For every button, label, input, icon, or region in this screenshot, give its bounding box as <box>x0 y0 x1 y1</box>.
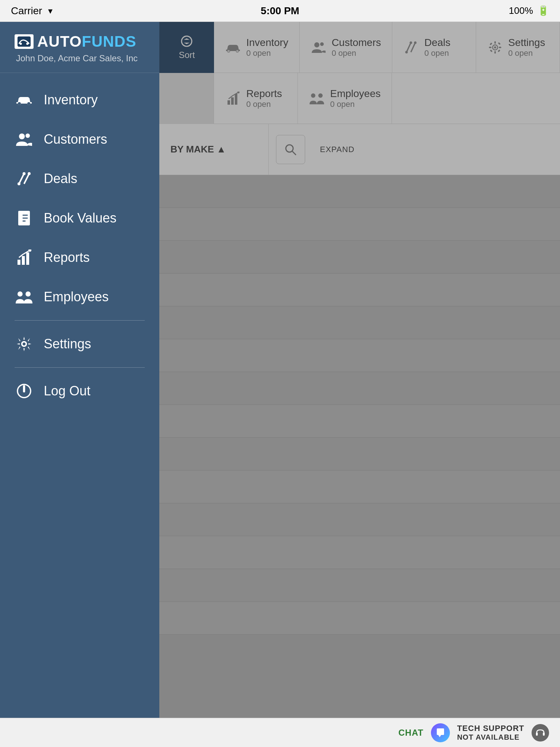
status-right: 100% 🔋 <box>509 5 549 16</box>
wifi-icon: ▾ <box>48 6 52 16</box>
chat-bubble[interactable] <box>431 723 450 742</box>
nav-divider-2 <box>15 367 145 368</box>
status-bar: Carrier ▾ 5:00 PM 100% 🔋 <box>0 0 560 22</box>
tech-support-label: TECH SUPPORT <box>457 724 524 733</box>
svg-rect-18 <box>22 256 25 265</box>
sidebar-item-label: Inventory <box>44 92 98 108</box>
book-icon <box>15 209 34 228</box>
sidebar-item-deals[interactable]: Deals <box>0 159 159 198</box>
logo: AUTOFUNDS <box>15 33 145 50</box>
status-time: 5:00 PM <box>261 5 299 17</box>
sidebar-item-label: Book Values <box>44 210 116 226</box>
sidebar-item-label: Reports <box>44 250 90 265</box>
svg-rect-26 <box>23 385 25 392</box>
sidebar-item-reports[interactable]: Reports <box>0 238 159 277</box>
svg-point-9 <box>18 182 20 185</box>
tech-support: TECH SUPPORT NOT AVAILABLE <box>457 724 524 742</box>
sidebar-item-settings[interactable]: Settings <box>0 324 159 364</box>
reports-icon <box>15 248 34 267</box>
customers-icon <box>15 130 34 149</box>
svg-point-6 <box>26 133 30 138</box>
logo-text: AUTOFUNDS <box>37 33 136 50</box>
sidebar-item-inventory[interactable]: Inventory <box>0 80 159 120</box>
svg-rect-0 <box>18 36 31 47</box>
svg-rect-13 <box>18 211 21 225</box>
svg-point-5 <box>19 133 25 139</box>
svg-point-10 <box>23 172 26 175</box>
nav-divider-1 <box>15 320 145 321</box>
sidebar-item-label: Log Out <box>44 383 90 399</box>
main-content: Sort Inventory 0 open <box>159 22 560 718</box>
sidebar-item-label: Deals <box>44 171 77 186</box>
sidebar-item-label: Settings <box>44 336 91 352</box>
bottom-bar: CHAT TECH SUPPORT NOT AVAILABLE <box>0 718 560 747</box>
status-left: Carrier ▾ <box>11 5 52 17</box>
tech-support-status: NOT AVAILABLE <box>457 733 520 742</box>
sidebar: AUTOFUNDS John Doe, Acme Car Sales, Inc … <box>0 22 159 718</box>
sidebar-header: AUTOFUNDS John Doe, Acme Car Sales, Inc <box>0 22 159 73</box>
sidebar-item-book-values[interactable]: Book Values <box>0 198 159 238</box>
settings-icon <box>15 334 34 353</box>
svg-line-7 <box>19 174 24 184</box>
svg-point-3 <box>18 102 21 105</box>
logout-icon <box>15 382 34 400</box>
battery-icon: 🔋 <box>537 5 549 16</box>
car-icon <box>15 90 34 109</box>
sidebar-item-label: Employees <box>44 289 109 305</box>
logo-icon <box>15 34 34 49</box>
svg-point-21 <box>18 291 23 297</box>
sidebar-item-customers[interactable]: Customers <box>0 120 159 159</box>
svg-point-11 <box>28 172 31 175</box>
carrier-label: Carrier <box>11 5 42 17</box>
svg-point-2 <box>26 43 28 45</box>
svg-rect-17 <box>18 260 20 265</box>
svg-rect-19 <box>26 252 29 265</box>
svg-rect-55 <box>536 732 538 736</box>
svg-point-22 <box>26 291 31 297</box>
svg-point-1 <box>20 43 22 45</box>
svg-point-4 <box>27 102 30 105</box>
app-container: AUTOFUNDS John Doe, Acme Car Sales, Inc … <box>0 22 560 718</box>
svg-line-8 <box>24 174 29 184</box>
chat-label: CHAT <box>398 728 424 738</box>
nav-list: Inventory Customers <box>0 73 159 718</box>
content-overlay[interactable] <box>159 22 560 718</box>
sidebar-item-employees[interactable]: Employees <box>0 277 159 317</box>
deals-icon <box>15 169 34 188</box>
battery-label: 100% <box>509 5 533 16</box>
sidebar-item-logout[interactable]: Log Out <box>0 371 159 411</box>
svg-rect-56 <box>543 732 545 736</box>
headset-icon <box>532 724 549 742</box>
svg-point-24 <box>23 342 26 345</box>
sidebar-item-label: Customers <box>44 132 107 147</box>
employees-icon <box>15 287 34 306</box>
user-info: John Doe, Acme Car Sales, Inc <box>15 53 145 63</box>
